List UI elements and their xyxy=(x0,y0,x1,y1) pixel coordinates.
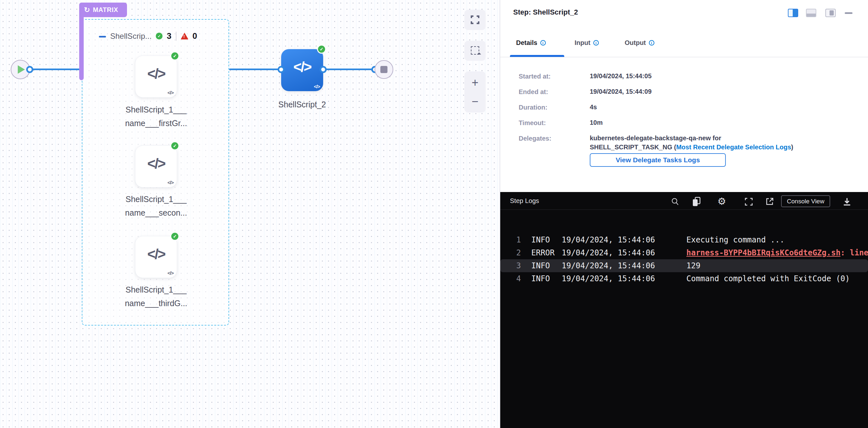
stop-icon xyxy=(380,66,388,73)
zoom-out-button[interactable]: − xyxy=(464,92,486,111)
log-level: INFO xyxy=(531,259,550,272)
log-message: Command completed with ExitCode (0) xyxy=(686,272,850,285)
info-icon[interactable] xyxy=(593,40,599,45)
step-logs-title: Step Logs xyxy=(510,197,539,205)
log-timestamp: 19/04/2024, 15:44:06 xyxy=(562,234,655,246)
tab-input-label: Input xyxy=(575,39,590,47)
tab-details[interactable]: Details xyxy=(516,39,546,47)
edge-matrix-to-step xyxy=(229,68,278,70)
console-view-button[interactable]: Console View xyxy=(781,195,830,207)
marquee-select-icon xyxy=(471,46,479,55)
logs-header-divider xyxy=(500,210,868,210)
matrix-failure-count: 0 xyxy=(193,31,197,41)
pipeline-canvas[interactable]: MATRIX ShellScrip... 3 0 ShellScript_1__… xyxy=(0,0,500,428)
log-level: INFO xyxy=(531,272,550,285)
search-icon[interactable] xyxy=(671,197,680,206)
detail-value: 4s xyxy=(590,103,597,111)
step-label: ShellScript_1___ name___thirdG... xyxy=(111,283,201,310)
detail-label: Delegates: xyxy=(519,135,551,142)
detail-value: 10m xyxy=(590,119,603,126)
detail-label: Started at: xyxy=(519,73,551,80)
step-details-panel: Step: ShellScript_2 Details Input Output… xyxy=(500,0,868,428)
zoom-controls: + − xyxy=(464,71,486,113)
tab-output-label: Output xyxy=(625,39,646,47)
tabs-divider xyxy=(500,57,868,57)
delegates-task-name: SHELL_SCRIPT_TASK_NG ( xyxy=(590,144,676,151)
matrix-badge[interactable]: MATRIX xyxy=(79,3,127,17)
matrix-group-header: ShellScrip... 3 0 xyxy=(99,31,197,41)
log-error-script-link[interactable]: harness-BYPP4bBIRqisKCo6dteGZg.sh xyxy=(686,248,840,257)
step-label-line2: name___secon... xyxy=(111,206,201,219)
code-icon xyxy=(135,246,177,262)
detail-label: Duration: xyxy=(519,104,548,111)
minimize-panel-icon[interactable] xyxy=(845,12,852,14)
step-label-line1: ShellScript_2 xyxy=(257,98,347,111)
info-icon[interactable] xyxy=(649,40,654,45)
step-out-port[interactable] xyxy=(319,66,327,73)
view-delegate-tasks-logs-button[interactable]: View Delegate Tasks Logs xyxy=(590,153,726,167)
play-icon xyxy=(18,65,25,74)
step-logs-panel: Step Logs Console View xyxy=(500,192,868,428)
settings-gear-icon[interactable] xyxy=(717,195,726,207)
layout-bottom-view-icon[interactable] xyxy=(806,9,816,17)
detail-label: Timeout: xyxy=(519,119,546,127)
matrix-step-node-2[interactable] xyxy=(135,146,177,187)
step-label-line2: name___firstGr... xyxy=(111,116,201,130)
marquee-select-button[interactable] xyxy=(464,41,486,61)
pipeline-execution-view: MATRIX ShellScrip... 3 0 ShellScript_1__… xyxy=(0,0,868,428)
step-label: ShellScript_1___ name___secon... xyxy=(111,192,201,219)
log-line-1[interactable]: 1 INFO 19/04/2024, 15:44:06 Executing co… xyxy=(500,234,868,246)
delegate-selection-logs-link[interactable]: Most Recent Delegate Selection Logs xyxy=(676,144,791,151)
end-node[interactable] xyxy=(375,60,393,79)
success-badge xyxy=(170,232,179,241)
fullscreen-icon[interactable] xyxy=(744,197,753,206)
tab-output[interactable]: Output xyxy=(625,39,654,47)
warning-triangle-icon xyxy=(181,33,188,39)
layout-right-view-icon[interactable] xyxy=(788,9,798,17)
success-badge xyxy=(170,52,179,60)
matrix-step-node-1[interactable] xyxy=(135,56,177,98)
start-node-port[interactable] xyxy=(26,66,33,73)
log-line-2[interactable]: 2 ERROR 19/04/2024, 15:44:06 harness-BYP… xyxy=(500,246,868,259)
log-line-number: 4 xyxy=(506,272,521,285)
code-mini-icon xyxy=(167,180,174,185)
code-mini-icon xyxy=(167,270,174,276)
delegates-value-line2: SHELL_SCRIPT_TASK_NG (Most Recent Delega… xyxy=(590,144,793,151)
log-message: harness-BYPP4bBIRqisKCo6dteGZg.sh: line xyxy=(686,246,868,259)
step-in-port[interactable] xyxy=(278,66,285,73)
selected-step-node[interactable] xyxy=(281,49,323,91)
code-mini-icon xyxy=(167,90,174,95)
log-line-3[interactable]: 3 INFO 19/04/2024, 15:44:06 129 xyxy=(500,259,868,272)
fit-screen-icon xyxy=(470,15,480,25)
detail-value: 19/04/2024, 15:44:09 xyxy=(590,88,651,95)
code-mini-icon xyxy=(314,84,320,89)
log-message: 129 xyxy=(686,259,700,272)
success-badge xyxy=(170,141,179,150)
zoom-in-button[interactable]: + xyxy=(464,73,486,92)
matrix-step-node-3[interactable] xyxy=(135,236,177,278)
detail-value: 19/04/2024, 15:44:05 xyxy=(590,72,651,80)
tab-details-label: Details xyxy=(516,39,537,47)
open-in-new-icon[interactable] xyxy=(765,197,774,206)
code-icon xyxy=(281,59,323,75)
fit-to-screen-button[interactable] xyxy=(464,10,486,30)
matrix-badge-label: MATRIX xyxy=(93,6,118,13)
edge-start-to-matrix xyxy=(29,68,80,70)
panel-title: Step: ShellScript_2 xyxy=(513,8,578,17)
tab-input[interactable]: Input xyxy=(575,39,599,47)
layout-minimized-view-icon[interactable] xyxy=(825,9,836,17)
copy-icon[interactable] xyxy=(691,196,701,207)
success-check-icon xyxy=(156,33,162,39)
collapse-icon[interactable] xyxy=(99,36,106,37)
download-icon[interactable] xyxy=(842,197,852,207)
delegates-value-line1: kubernetes-delegate-backstage-qa-new for xyxy=(590,134,721,142)
log-line-4[interactable]: 4 INFO 19/04/2024, 15:44:06 Command comp… xyxy=(500,272,868,285)
info-icon[interactable] xyxy=(540,40,546,45)
matrix-success-count: 3 xyxy=(167,31,171,41)
log-line-number: 3 xyxy=(506,259,521,272)
step-label: ShellScript_1___ name___firstGr... xyxy=(111,103,201,130)
count-divider xyxy=(176,32,177,41)
step-label-line2: name___thirdG... xyxy=(111,297,201,310)
log-error-text: : line xyxy=(840,248,868,257)
log-level: ERROR xyxy=(531,246,555,259)
